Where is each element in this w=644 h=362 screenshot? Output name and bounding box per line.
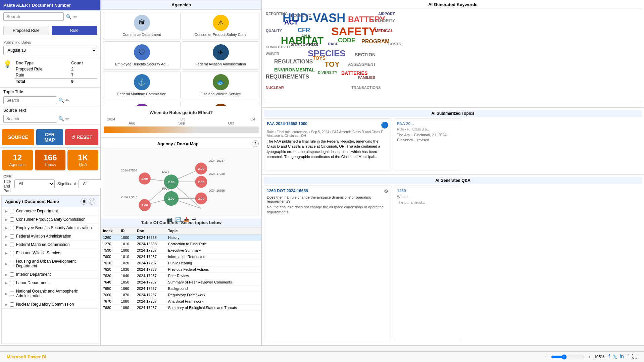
agency-checkbox[interactable]	[10, 217, 14, 222]
qna-card-0[interactable]: 1260 DOT 2024-16658 ⚙ Does the final rul…	[264, 186, 391, 341]
agency-list-item[interactable]: ▶ Federal Maritime Commission	[2, 241, 99, 249]
agency-grid-card[interactable]: 🦅 Interior Department	[182, 101, 259, 106]
publishing-dates-dropdown[interactable]: August 13	[3, 46, 97, 55]
agency-list-item[interactable]: ▶ Nuclear Regulatory Commission	[2, 300, 99, 309]
cfr-filter-dropdown[interactable]: All	[14, 179, 55, 188]
keyword-word[interactable]: CODE	[338, 37, 355, 43]
qna-settings-icon[interactable]: ⚙	[384, 189, 388, 194]
keyword-word[interactable]: ACT	[284, 19, 298, 25]
agency-checkbox[interactable]	[10, 209, 14, 213]
agency-checkbox[interactable]	[10, 226, 14, 230]
keyword-word[interactable]: TOYS	[313, 56, 326, 60]
agency-grid-card[interactable]: 🏛 Commerce Department	[103, 12, 181, 40]
zoom-slider[interactable]	[551, 354, 585, 360]
toc-row[interactable]: 7650 1060 2024-17237 Background	[101, 286, 261, 292]
agency-list-item[interactable]: ▶ Fish and Wildlife Service	[2, 249, 99, 257]
map-help-button[interactable]: ?	[252, 140, 259, 147]
keyword-word[interactable]: STANDARDS	[291, 42, 318, 47]
agency-list-item[interactable]: ▶ Housing and Urban Development Departme…	[2, 257, 99, 270]
toc-row[interactable]: 7610 1020 2024-17237 Public Hearing	[101, 260, 261, 266]
topic-search-input[interactable]	[3, 96, 57, 104]
keyword-word[interactable]: CONNECTIVITY	[266, 46, 291, 49]
agency-grid-card[interactable]: 🏠 Housing and Urban Developme...	[103, 101, 181, 106]
source-button[interactable]: SOURCE	[2, 129, 34, 145]
map-camera-button[interactable]: 📷	[167, 217, 172, 222]
keyword-word[interactable]: WAIVER	[266, 52, 279, 56]
keyword-word[interactable]: SECTION	[355, 52, 376, 57]
map-share-button[interactable]: 📤	[184, 217, 189, 222]
keyword-word[interactable]: TOY	[325, 61, 340, 68]
agency-filter-button[interactable]: ⊟	[81, 198, 87, 205]
qna-card-1[interactable]: 1260 What i... The p... amend...	[394, 186, 461, 341]
agency-checkbox[interactable]	[10, 281, 14, 285]
map-node[interactable]: 2.00	[164, 191, 179, 206]
keyword-word[interactable]: REPORTING	[266, 12, 288, 16]
agency-list-item[interactable]: ▶ Interior Department	[2, 270, 99, 279]
agency-list-item[interactable]: ▶ National Oceanic and Atmospheric Admin…	[2, 287, 99, 300]
toc-row[interactable]: 7620 1030 2024-17237 Previous Federal Ac…	[101, 266, 261, 273]
agency-grid-card[interactable]: ⚠ Consumer Product Safety Com.	[182, 12, 259, 40]
keyword-word[interactable]: ANA	[301, 34, 310, 38]
source-edit-button[interactable]: ✏	[65, 116, 69, 121]
keyword-word[interactable]: REQUIREMENTS	[266, 74, 309, 80]
toc-row[interactable]: 7660 1070 2024-17237 Regulatory Framewor…	[101, 292, 261, 298]
keyword-word[interactable]: NUCLEAR	[266, 86, 284, 90]
agency-checkbox[interactable]	[10, 262, 14, 266]
keyword-word[interactable]: CFR	[298, 27, 310, 33]
agency-list-item[interactable]: ▶ Consumer Product Safety Commission	[2, 215, 99, 224]
map-node[interactable]: 2.002024-17586	[121, 169, 151, 185]
agency-checkbox[interactable]	[10, 272, 14, 277]
ai-card-1[interactable]: FAA 20... Rule • F... Class D a... The A…	[394, 118, 461, 170]
toc-row[interactable]: 1270 1010 2024-16658 Correction to Final…	[101, 241, 261, 247]
map-node[interactable]: 2.002024-16658	[195, 189, 225, 205]
keyword-word[interactable]: DIVERSITY	[318, 71, 337, 74]
linkedin-icon[interactable]: in	[620, 354, 624, 360]
keyword-word[interactable]: ENVIRONMENTAL	[274, 67, 315, 72]
agency-checkbox[interactable]	[10, 234, 14, 239]
toc-row[interactable]: 7670 1080 2024-17237 Analytical Framewor…	[101, 298, 261, 305]
keyword-word[interactable]: SAFETY	[331, 25, 376, 37]
toc-row[interactable]: 7640 1050 2024-17237 Summary of Peer Rev…	[101, 279, 261, 286]
topic-edit-button[interactable]: ✏	[65, 98, 69, 103]
agency-grid-card[interactable]: ⚓ Federal Maritime Commission	[103, 71, 181, 99]
source-search-button[interactable]: 🔍	[58, 116, 64, 121]
map-node[interactable]: 2.002024-17928	[195, 172, 225, 188]
qna-stat[interactable]: 1K QnA	[67, 150, 98, 170]
keyword-word[interactable]: AIRPORT	[378, 12, 395, 16]
keyword-word[interactable]: TRANSACTIONS	[351, 86, 381, 90]
cfr-map-button[interactable]: CFR MAP	[36, 129, 63, 145]
zoom-minus-icon[interactable]: －	[544, 354, 548, 360]
zoom-plus-icon[interactable]: ＋	[587, 354, 591, 360]
keyword-word[interactable]: DACE	[328, 42, 338, 46]
map-refresh-button[interactable]: 🔄	[175, 217, 181, 222]
keyword-word[interactable]: ASSESSMENT	[348, 62, 376, 66]
keyword-word[interactable]: MEDICAL	[375, 29, 393, 33]
keyword-word[interactable]: AUTHORITY	[371, 19, 395, 23]
toc-row[interactable]: 7630 1040 2024-17237 Peer Review	[101, 273, 261, 279]
agency-expand-button[interactable]: ⛶	[89, 198, 95, 205]
keyword-word[interactable]: PROGRAM	[361, 39, 390, 44]
agencies-stat[interactable]: 12 Agencies	[2, 150, 33, 170]
toc-row[interactable]: 1260 1000 2024-16658 History	[101, 235, 261, 241]
topics-stat[interactable]: 166 Topics	[35, 150, 66, 170]
map-undo-button[interactable]: ↩	[192, 217, 196, 222]
topic-search-button[interactable]: 🔍	[58, 98, 64, 103]
agency-list-item[interactable]: ▶ Federal Aviation Administration	[2, 232, 99, 241]
agency-list-item[interactable]: ▶ Labor Department	[2, 279, 99, 287]
agency-list-item[interactable]: ▶ Commerce Department	[2, 207, 99, 215]
share-icon[interactable]: ⤴	[627, 354, 629, 360]
agency-checkbox[interactable]	[10, 292, 14, 296]
document-search-button[interactable]: 🔍	[66, 14, 71, 19]
toc-row[interactable]: 7590 1000 2024-17237 Executive Summary	[101, 247, 261, 254]
document-edit-button[interactable]: ✏	[73, 14, 78, 19]
keyword-word[interactable]: REGULATIONS	[274, 59, 313, 64]
agency-list-item[interactable]: ▶ Employee Benefits Security Administrat…	[2, 224, 99, 232]
keyword-word[interactable]: FAMILIES	[358, 76, 375, 80]
document-search-input[interactable]	[3, 12, 64, 21]
proposed-rule-button[interactable]: Proposed Rule	[3, 26, 49, 35]
agency-checkbox[interactable]	[10, 251, 14, 255]
map-node[interactable]: 2.002024-17237	[121, 196, 151, 211]
rule-button[interactable]: Rule	[52, 26, 97, 35]
agency-grid-card[interactable]: ✈ Federal Aviation Administration	[182, 41, 259, 69]
agency-grid-card[interactable]: 🛡 Employee Benefits Security Ad...	[103, 41, 181, 69]
